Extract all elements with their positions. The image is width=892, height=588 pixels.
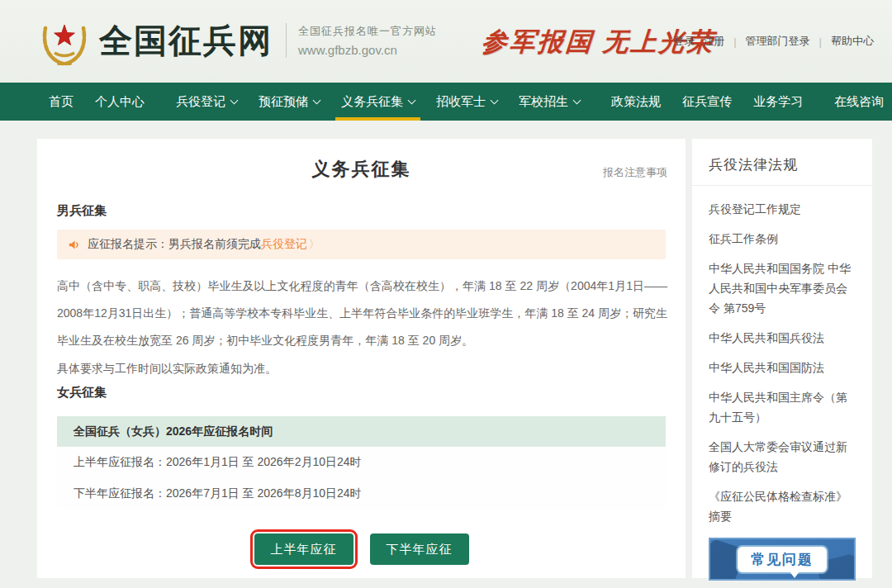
page-title: 义务兵征集: [37, 157, 686, 182]
notice-text: 应征报名提示：男兵报名前须完成: [88, 237, 261, 252]
law-list-item[interactable]: 中华人民共和国兵役法: [709, 328, 856, 348]
nav-item-service-registration[interactable]: 兵役登记: [165, 83, 248, 121]
site-logo[interactable]: 全国征兵网 全国征兵报名唯一官方网站 www.gfbzb.gov.cn: [38, 14, 437, 67]
nav-item-policies[interactable]: 政策法规: [600, 83, 671, 121]
action-buttons: 上半年应征 下半年应征: [37, 533, 686, 565]
nav-item-nco-recruitment[interactable]: 招收军士: [425, 83, 508, 121]
law-list-item[interactable]: 中华人民共和国国防法: [709, 358, 856, 377]
law-list: 兵役登记工作规定 征兵工作条例 中华人民共和国国务院 中华人民共和国中央军事委员…: [692, 186, 872, 526]
nav-item-label: 预征预储: [259, 94, 308, 110]
national-emblem-icon: [38, 14, 91, 67]
nav-item-label: 兵役登记: [176, 94, 225, 110]
nav-item-label: 军校招生: [519, 94, 568, 110]
law-list-item[interactable]: 兵役登记工作规定: [709, 199, 856, 219]
login-link[interactable]: 登录: [673, 34, 695, 49]
main-content-card: 义务兵征集 报名注意事项 男兵征集 应征报名提示：男兵报名前须完成兵役登记〉 高…: [37, 139, 686, 578]
nav-item-business-learning[interactable]: 业务学习: [743, 83, 814, 121]
sidebar-card: 兵役法律法规 兵役登记工作规定 征兵工作条例 中华人民共和国国务院 中华人民共和…: [692, 139, 872, 578]
law-list-item[interactable]: 中华人民共和国主席令（第九十五号）: [709, 387, 856, 427]
male-eligibility-paragraph: 高中（含中专、职高、技校）毕业生及以上文化程度的青年（含高校在校生），年满 18…: [57, 273, 667, 354]
policy-note-paragraph: 具体要求与工作时间以实际政策通知为准。: [57, 355, 667, 382]
chevron-down-icon: [230, 96, 239, 104]
arrow-right-icon: 〉: [309, 237, 320, 252]
female-enlistment-table: 全国征兵（女兵）2026年应征报名时间 上半年应征报名：2026年1月1日 至 …: [57, 416, 666, 510]
service-registration-link[interactable]: 兵役登记: [261, 237, 307, 252]
links-separator: |: [810, 36, 831, 48]
nav-item-personal-center[interactable]: 个人中心: [84, 83, 155, 121]
female-enlistment-heading: 女兵征集: [57, 385, 107, 401]
account-links: 登录 注册 | 管理部门登录 | 帮助中心: [673, 34, 874, 49]
site-title: 全国征兵网: [99, 18, 273, 64]
chevron-down-icon: [313, 96, 321, 104]
nav-item-label: 招收军士: [436, 94, 486, 110]
nav-item-compulsory-enlistment[interactable]: 义务兵征集: [330, 83, 425, 121]
help-center-link[interactable]: 帮助中心: [831, 34, 874, 49]
male-enlistment-heading: 男兵征集: [57, 203, 107, 219]
nav-item-publicity[interactable]: 征兵宣传: [671, 83, 743, 121]
nav-item-pre-enlistment[interactable]: 预征预储: [248, 83, 330, 121]
register-link[interactable]: 注册: [703, 34, 724, 49]
chevron-down-icon: [491, 96, 499, 104]
links-separator: |: [724, 36, 745, 48]
faq-banner-label: 常见问题: [738, 547, 827, 572]
main-nav: 首页 个人中心 兵役登记 预征预储 义务兵征集 招收军士 军校招生 政策法规 征…: [0, 83, 892, 121]
nav-item-online-consult[interactable]: 在线咨询: [823, 83, 892, 121]
faq-banner[interactable]: 常见问题: [709, 538, 856, 581]
table-header: 全国征兵（女兵）2026年应征报名时间: [57, 416, 666, 447]
nav-item-label: 义务兵征集: [341, 94, 403, 110]
table-row: 上半年应征报名：2026年1月1日 至 2026年2月10日24时: [57, 447, 666, 478]
registration-notes-link[interactable]: 报名注意事项: [603, 165, 667, 180]
law-list-item[interactable]: 征兵工作条例: [709, 229, 856, 249]
law-list-item[interactable]: 《应征公民体格检查标准》摘要: [709, 486, 856, 526]
nav-item-academy-admission[interactable]: 军校招生: [508, 83, 591, 121]
site-header: 全国征兵网 全国征兵报名唯一官方网站 www.gfbzb.gov.cn 参军报国…: [0, 0, 892, 83]
second-half-apply-button[interactable]: 下半年应征: [370, 533, 469, 565]
logo-divider: [286, 23, 287, 58]
tagline-text: 全国征兵报名唯一官方网站: [298, 24, 437, 39]
first-half-apply-button[interactable]: 上半年应征: [254, 533, 353, 565]
law-list-item[interactable]: 全国人大常委会审议通过新修订的兵役法: [709, 437, 856, 477]
law-list-item[interactable]: 中华人民共和国国务院 中华人民共和国中央军事委员会令 第759号: [709, 258, 856, 318]
registration-notice-bar: 应征报名提示：男兵报名前须完成兵役登记〉: [57, 230, 666, 259]
admin-login-link[interactable]: 管理部门登录: [746, 34, 810, 49]
sidebar-title: 兵役法律法规: [692, 139, 872, 185]
site-tagline: 全国征兵报名唯一官方网站 www.gfbzb.gov.cn: [298, 24, 437, 57]
chevron-down-icon: [408, 96, 416, 104]
chevron-down-icon: [573, 96, 581, 104]
nav-item-home[interactable]: 首页: [38, 83, 84, 121]
speaker-icon: [67, 238, 81, 252]
table-row: 下半年应征报名：2026年7月1日 至 2026年8月10日24时: [57, 478, 666, 510]
site-url: www.gfbzb.gov.cn: [298, 43, 437, 57]
